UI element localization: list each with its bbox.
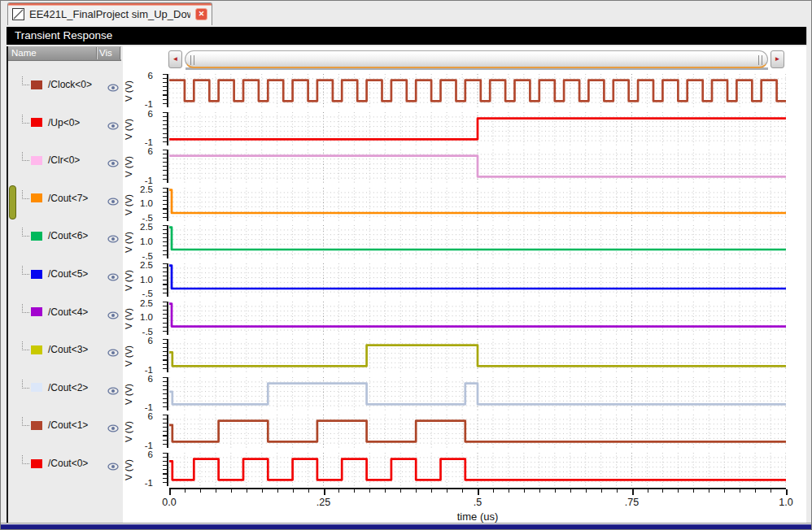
signal-row[interactable]: /Clr<0> xyxy=(8,154,121,167)
waveform-strip: V (V) 6-1 xyxy=(123,415,806,448)
x-axis-tick-mark xyxy=(385,489,386,493)
tree-branch-icon xyxy=(22,190,29,199)
visibility-eye-icon[interactable] xyxy=(107,232,119,246)
signal-name[interactable]: /Cout<4> xyxy=(48,306,88,318)
signal-list: /Clock<0> /Up<0> /Clr<0> xyxy=(8,61,121,523)
signal-row[interactable]: /Up<0> xyxy=(8,116,121,129)
waveform-strip: V (V) 6-1 xyxy=(123,150,806,183)
waveform-plot[interactable] xyxy=(169,415,786,448)
waveform-plot[interactable] xyxy=(169,302,786,335)
visibility-eye-icon[interactable] xyxy=(107,194,119,209)
signal-color-swatch[interactable] xyxy=(31,156,42,165)
waveform-plot[interactable] xyxy=(169,150,786,183)
signal-name[interactable]: /Clr<0> xyxy=(48,154,80,166)
signal-color-swatch[interactable] xyxy=(31,383,42,392)
signal-row[interactable]: /Cout<1> xyxy=(8,419,121,432)
signal-color-swatch[interactable] xyxy=(31,345,42,354)
x-axis-tick-mark xyxy=(693,489,694,493)
scrollbar-grip-left[interactable] xyxy=(190,55,194,65)
visibility-eye-icon[interactable] xyxy=(107,270,119,285)
y-axis-spine xyxy=(167,188,168,221)
y-axis-tick-label: 2.5 xyxy=(140,260,153,272)
y-axis-unit-label: V (V) xyxy=(123,415,133,448)
signal-row[interactable]: /Cout<6> xyxy=(8,229,121,242)
signal-name[interactable]: /Up<0> xyxy=(48,117,80,128)
y-axis-spine xyxy=(167,150,168,183)
signal-color-swatch[interactable] xyxy=(31,270,42,279)
signal-row[interactable]: /Cout<2> xyxy=(8,381,121,394)
signal-color-swatch[interactable] xyxy=(31,232,42,241)
panel-grab-handle[interactable] xyxy=(9,185,16,219)
visibility-eye-icon[interactable] xyxy=(107,384,119,398)
signal-color-swatch[interactable] xyxy=(31,193,42,202)
waveform-strip: V (V) 2.51.0-.5 xyxy=(123,263,806,297)
x-axis-tick-mark xyxy=(308,489,309,493)
waveform-plot[interactable] xyxy=(169,263,786,297)
signal-color-swatch[interactable] xyxy=(31,307,42,316)
scrollbar-grip-right[interactable] xyxy=(758,55,762,65)
visibility-eye-icon[interactable] xyxy=(107,345,119,360)
signal-row[interactable]: /Cout<4> xyxy=(8,306,121,319)
tree-branch-icon xyxy=(22,304,29,313)
visibility-eye-icon[interactable] xyxy=(107,421,119,436)
signal-color-swatch[interactable] xyxy=(31,421,42,430)
scroll-right-icon[interactable]: ► xyxy=(771,50,784,68)
signal-row[interactable]: /Cout<7> xyxy=(8,192,121,205)
x-axis-tick-mark xyxy=(185,489,186,493)
visibility-eye-icon[interactable] xyxy=(107,459,119,474)
signal-name[interactable]: /Cout<6> xyxy=(48,230,88,241)
tree-branch-icon xyxy=(22,341,29,350)
y-tick-labels: 6-1 xyxy=(133,150,155,183)
y-tick-labels: 2.51.0-.5 xyxy=(133,263,155,297)
waveform-plot[interactable] xyxy=(169,188,786,221)
y-axis-tick-label: 2.5 xyxy=(140,298,153,310)
y-tick-labels: 6-1 xyxy=(133,377,155,411)
y-axis-spine xyxy=(167,302,168,335)
signal-name[interactable]: /Cout<5> xyxy=(48,268,88,280)
close-icon[interactable]: ✕ xyxy=(195,8,207,20)
waveform-plot[interactable] xyxy=(169,339,786,372)
x-axis-tick-mark xyxy=(324,489,325,495)
scroll-left-icon[interactable]: ◄ xyxy=(168,50,182,68)
y-axis-tick-label: 6 xyxy=(148,374,153,385)
scrollbar-thumb[interactable] xyxy=(185,50,768,68)
signal-name[interactable]: /Cout<2> xyxy=(48,382,88,393)
signal-color-swatch[interactable] xyxy=(31,459,42,468)
column-divider[interactable] xyxy=(120,47,120,59)
waveform-plot[interactable] xyxy=(169,112,786,146)
waveform-strip: V (V) 2.51.0-.5 xyxy=(123,188,806,221)
signal-name[interactable]: /Cout<7> xyxy=(48,193,88,204)
signal-row[interactable]: /Cout<5> xyxy=(8,267,121,280)
y-axis-unit-label: V (V) xyxy=(123,188,133,221)
signal-row[interactable]: /Cout<0> xyxy=(8,457,121,470)
tree-branch-icon xyxy=(22,76,29,85)
visibility-eye-icon[interactable] xyxy=(107,156,119,171)
y-axis-unit-label: V (V) xyxy=(123,377,133,411)
x-axis-tick-mark xyxy=(338,489,339,493)
visibility-eye-icon[interactable] xyxy=(107,119,119,133)
x-axis-tick-label: 0.0 xyxy=(162,497,176,508)
signal-color-swatch[interactable] xyxy=(31,80,42,89)
page-title: Transient Response xyxy=(7,27,807,46)
waveform-plot[interactable] xyxy=(169,453,786,486)
signal-name[interactable]: /Cout<1> xyxy=(48,419,88,431)
signal-row[interactable]: /Clock<0> xyxy=(8,78,121,91)
y-axis-tick-label: 1.0 xyxy=(140,275,153,286)
y-axis-ruler xyxy=(158,188,168,221)
signal-row[interactable]: /Cout<3> xyxy=(8,343,121,356)
window-tab[interactable]: EE421L_FinalProject sim_Up_Dow... ✕ xyxy=(7,2,212,25)
waveform-trace xyxy=(169,303,786,326)
signal-name[interactable]: /Cout<0> xyxy=(48,458,88,469)
waveform-plot[interactable] xyxy=(169,225,786,258)
column-divider[interactable] xyxy=(96,47,97,59)
y-axis-unit-label: V (V) xyxy=(123,263,133,297)
signal-name[interactable]: /Cout<3> xyxy=(48,344,88,355)
waveform-plot[interactable] xyxy=(169,377,786,411)
y-tick-labels: 2.51.0-.5 xyxy=(133,302,155,335)
waveform-plot[interactable] xyxy=(169,74,786,107)
visibility-eye-icon[interactable] xyxy=(107,308,119,323)
signal-name[interactable]: /Clock<0> xyxy=(48,79,92,90)
signal-color-swatch[interactable] xyxy=(31,118,42,127)
visibility-eye-icon[interactable] xyxy=(107,80,119,95)
horizontal-scrollbar[interactable]: ◄ ► xyxy=(168,50,784,68)
